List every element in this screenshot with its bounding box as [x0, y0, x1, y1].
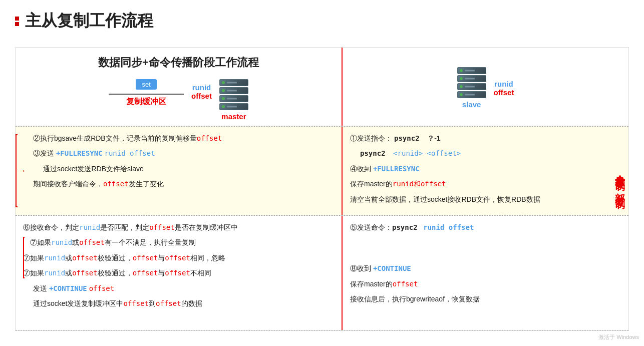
slave-server: slave: [457, 67, 486, 109]
buffer-line: [109, 94, 184, 95]
partial-sync-tag: 部分复制: [612, 48, 628, 330]
full-line4: 期间接收客户端命令，offset发生了变化: [33, 178, 334, 189]
slave-srv-unit-3: [457, 83, 486, 90]
srv-unit-4: [219, 103, 248, 110]
page-title-area: 主从复制工作流程: [15, 10, 629, 32]
set-button[interactable]: set: [136, 79, 156, 90]
right-full-content: ①发送指令：psync2 ？-1 psync2 <runid> <offset>…: [350, 133, 621, 205]
partial-l2-space: ⑦如果runid或offset有一个不满足，执行全量复制: [30, 238, 196, 246]
partial-l6-code1: offset: [123, 299, 149, 307]
main-layout: 数据同步+命令传播阶段工作流程 set 复制缓冲区 runid offset: [15, 47, 629, 331]
slave-label: slave: [462, 100, 481, 109]
partial-right-line1: ⑤发送命令：psync2 runid offset: [350, 222, 621, 233]
right-full-line1: ①发送指令：psync2 ？-1: [350, 133, 621, 144]
offset-label-right: offset: [494, 88, 514, 97]
watermark: 激活于 Windows: [598, 333, 639, 341]
partial-sync-tag-text: 部分复制: [614, 185, 627, 193]
right-full-sync: ①发送指令：psync2 ？-1 psync2 <runid> <offset>…: [343, 127, 628, 215]
slave-srv-unit-4: [457, 91, 486, 98]
master-server-icon: [219, 79, 248, 110]
title-icon-bottom: [15, 22, 19, 26]
right-full-line5: 清空当前全部数据，通过socket接收RDB文件，恢复RDB数据: [350, 194, 621, 205]
slave-srv-unit-1: [457, 67, 486, 74]
partial-r2-cmd: +CONTINUE: [373, 264, 411, 272]
partial-left-line1: ⑥接收命令，判定runid是否匹配，判定offset是否在复制缓冲区中: [23, 222, 334, 233]
full-line4-code: offset: [103, 180, 129, 188]
full-left-content: ②执行bgsave生成RDB文件，记录当前的复制偏移量offset ③发送 +F…: [33, 133, 334, 190]
partial-l3-code4: offset: [165, 254, 190, 262]
partial-l3-code2: offset: [72, 254, 98, 262]
partial-sync-row: ⑥接收命令，判定runid是否匹配，判定offset是否在复制缓冲区中 ⑦如果r…: [16, 215, 628, 330]
partial-l4-code1: runid: [44, 269, 65, 277]
runid-offset-right: runid offset: [494, 80, 514, 97]
set-buffer-area: set 复制缓冲区: [109, 79, 184, 107]
offset-label-left: offset: [191, 92, 212, 100]
partial-l4-code3: offset: [133, 269, 158, 277]
right-header: slave runid offset: [343, 48, 628, 126]
full-line1: ②执行bgsave生成RDB文件，记录当前的复制偏移量offset: [33, 133, 334, 144]
partial-right-line2: ⑧收到 +CONTINUE: [350, 263, 621, 274]
partial-l5-code: offset: [89, 284, 115, 292]
partial-l1-code2: offset: [149, 223, 175, 231]
srv-unit-1: [219, 79, 248, 86]
partial-l3-code3: offset: [133, 254, 158, 262]
full-line2-args: runid offset: [105, 149, 155, 157]
partial-right-line3: 保存master的offset: [350, 278, 621, 289]
right-full-line1-cmd: psync2: [394, 134, 420, 142]
partial-l4-code2: offset: [72, 269, 98, 277]
right-full-line4: 保存master的runid和offset: [350, 178, 621, 189]
partial-right-line4: 接收信息后，执行bgrewriteaof，恢复数据: [350, 293, 621, 304]
partial-left-line4: ⑦如果runid或offset校验通过，offset与offset不相同: [23, 267, 334, 278]
page-container: 主从复制工作流程 数据同步+命令传播阶段工作流程 set 复制缓冲区: [0, 0, 644, 336]
partial-left-line5: 发送 +CONTINUE offset: [33, 283, 334, 294]
full-line2-cmd: +FULLRESYNC: [56, 149, 103, 157]
partial-r1-args: runid offset: [423, 223, 474, 231]
master-server: master: [219, 79, 248, 121]
partial-left-line6: 通过socket发送复制缓冲区中offset到offset的数据: [33, 298, 334, 309]
partial-l2-code1: runid: [51, 238, 72, 246]
partial-l4-code4: offset: [165, 269, 190, 277]
partial-l2-code2: offset: [79, 238, 105, 246]
left-full-sync: → ②执行bgsave生成RDB文件，记录当前的复制偏移量offset ③发送 …: [16, 127, 343, 215]
slave-server-icon: [457, 67, 486, 98]
full-line1-code: offset: [197, 134, 222, 142]
partial-bracket: [23, 237, 25, 278]
partial-l6-code2: offset: [156, 299, 181, 307]
full-arrow: →: [18, 166, 26, 175]
full-sync-row: → ②执行bgsave生成RDB文件，记录当前的复制偏移量offset ③发送 …: [16, 126, 628, 215]
buffer-label: 复制缓冲区: [126, 97, 166, 107]
right-full-line2-args: <runid> <offset>: [393, 149, 461, 157]
right-full-line4-code: runid和offset: [393, 180, 446, 188]
runid-label-left: runid: [192, 83, 211, 92]
right-full-line2-cmd: psync2: [360, 149, 386, 157]
partial-left-line3: ⑦如果runid或offset校验通过，offset与offset相同，忽略: [23, 252, 334, 263]
runid-label-right: runid: [494, 80, 513, 88]
right-full-line3-cmd: +FULLRESYNC: [373, 165, 420, 173]
full-line3: 通过socket发送RDB文件给slave: [43, 163, 334, 174]
runid-offset-left: runid offset: [191, 83, 212, 100]
srv-unit-2: [219, 87, 248, 94]
page-title: 主从复制工作流程: [25, 10, 153, 32]
title-icon-top: [15, 17, 19, 21]
partial-l1-code1: runid: [79, 223, 100, 231]
right-full-line2: psync2 <runid> <offset>: [360, 148, 621, 159]
partial-left-line2: ⑦如果runid或offset有一个不满足，执行全量复制: [23, 237, 334, 248]
left-header: 数据同步+命令传播阶段工作流程 set 复制缓冲区 runid offset: [16, 48, 343, 126]
header-row: 数据同步+命令传播阶段工作流程 set 复制缓冲区 runid offset: [16, 48, 628, 126]
partial-r1-cmd: psync2: [392, 223, 418, 231]
slave-srv-unit-2: [457, 75, 486, 82]
master-diagram: set 复制缓冲区 runid offset: [26, 79, 332, 121]
partial-l5-cmd: +CONTINUE: [49, 284, 87, 292]
srv-unit-3: [219, 95, 248, 102]
master-label: master: [221, 112, 246, 121]
partial-l3-code1: runid: [44, 254, 65, 262]
right-partial-sync: ⑤发送命令：psync2 runid offset ⑧收到 +CONTINUE …: [343, 216, 628, 330]
right-full-line1-args: ？-1: [427, 134, 440, 142]
full-line2: ③发送 +FULLRESYNC runid offset: [33, 148, 334, 159]
right-full-line3: ④收到 +FULLRESYNC: [350, 163, 621, 174]
title-icon: [15, 17, 19, 26]
full-bracket: [16, 134, 18, 207]
left-partial-sync: ⑥接收命令，判定runid是否匹配，判定offset是否在复制缓冲区中 ⑦如果r…: [16, 216, 343, 330]
subtitle: 数据同步+命令传播阶段工作流程: [26, 55, 332, 70]
partial-r3-code: offset: [393, 280, 418, 288]
